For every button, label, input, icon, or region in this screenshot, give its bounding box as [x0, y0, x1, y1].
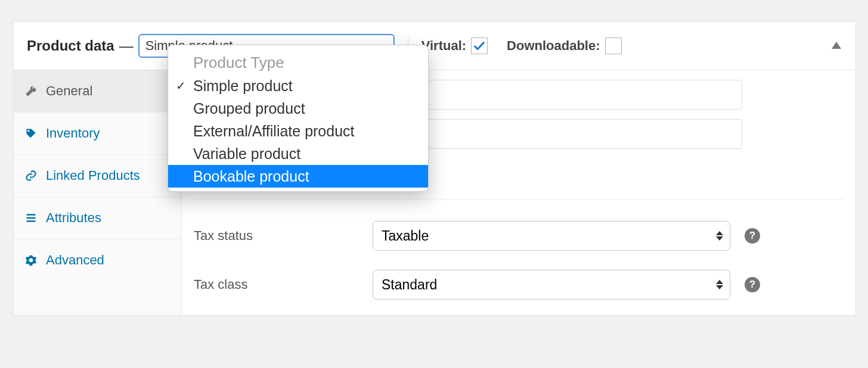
tab-attributes[interactable]: Attributes [14, 197, 181, 239]
tab-label: Inventory [46, 126, 100, 141]
dash-separator: — [119, 38, 134, 54]
svg-rect-3 [27, 220, 36, 222]
tab-label: General [46, 83, 92, 99]
dropdown-item-label: External/Affiliate product [193, 123, 355, 140]
tag-icon [24, 127, 38, 140]
dropdown-item-simple[interactable]: ✓ Simple product [168, 74, 428, 97]
dropdown-item-label: Grouped product [193, 100, 305, 117]
gear-icon [24, 254, 38, 267]
wrench-icon [24, 85, 38, 98]
dropdown-group-header: Product Type [168, 45, 428, 74]
tax-status-select[interactable]: Taxable [373, 221, 730, 251]
tax-status-help-icon[interactable]: ? [745, 228, 760, 244]
product-type-dropdown[interactable]: Product Type ✓ Simple product Grouped pr… [168, 45, 429, 192]
tab-inventory[interactable]: Inventory [14, 112, 181, 154]
panel-header: Product data — Simple product Virtual: D… [14, 22, 855, 70]
section-divider [194, 199, 844, 199]
tab-linked-products[interactable]: Linked Products [14, 154, 181, 197]
check-icon [473, 39, 486, 52]
dropdown-item-label: Bookable product [168, 168, 309, 185]
tab-advanced[interactable]: Advanced [14, 239, 181, 281]
list-icon [24, 211, 38, 224]
tab-label: Linked Products [46, 168, 140, 183]
tax-class-help-icon[interactable]: ? [745, 277, 760, 292]
dropdown-item-label: Variable product [193, 145, 300, 163]
panel-title: Product data [27, 38, 114, 54]
dropdown-item-label: Simple product [193, 77, 293, 95]
tax-status-row: Tax status Taxable ? [194, 211, 844, 260]
panel-collapse-toggle[interactable] [832, 40, 841, 51]
downloadable-label: Downloadable: [507, 38, 600, 54]
chain-icon [24, 169, 38, 182]
triangle-up-icon [832, 42, 841, 49]
tabs-sidebar: General Inventory Linked Products [14, 70, 182, 315]
dropdown-item-bookable[interactable]: Bookable product [168, 165, 428, 188]
tab-label: Attributes [46, 210, 101, 226]
tab-general[interactable]: General [14, 70, 181, 112]
tax-class-select[interactable]: Standard [373, 270, 730, 300]
tab-label: Advanced [46, 252, 104, 268]
dropdown-item-external[interactable]: External/Affiliate product [168, 120, 428, 142]
tax-class-row: Tax class Standard ? [194, 260, 844, 309]
panel-body: General Inventory Linked Products [14, 70, 855, 315]
tax-status-label: Tax status [194, 228, 373, 244]
downloadable-checkbox[interactable] [605, 38, 622, 54]
dropdown-item-grouped[interactable]: Grouped product [168, 97, 428, 120]
virtual-checkbox[interactable] [471, 38, 488, 54]
product-data-panel: Product data — Simple product Virtual: D… [13, 21, 856, 316]
dropdown-item-variable[interactable]: Variable product [168, 142, 428, 165]
svg-marker-0 [832, 42, 841, 49]
svg-rect-1 [27, 214, 36, 216]
tax-class-label: Tax class [194, 277, 373, 292]
check-icon: ✓ [168, 79, 193, 93]
svg-rect-2 [27, 217, 36, 219]
